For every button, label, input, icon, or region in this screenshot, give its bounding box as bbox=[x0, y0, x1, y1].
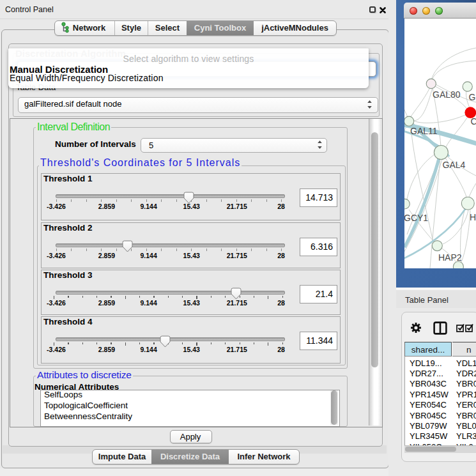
svg-text:H: H bbox=[470, 212, 476, 222]
svg-text:GAL11: GAL11 bbox=[410, 126, 438, 136]
svg-text:GCY1: GCY1 bbox=[404, 213, 428, 223]
svg-text:G..: G.. bbox=[469, 92, 476, 102]
svg-text:GAL4: GAL4 bbox=[443, 160, 466, 170]
svg-text:HAP2: HAP2 bbox=[438, 252, 462, 263]
svg-text:C..: C.. bbox=[471, 116, 476, 127]
svg-text:GAL80: GAL80 bbox=[433, 89, 461, 100]
